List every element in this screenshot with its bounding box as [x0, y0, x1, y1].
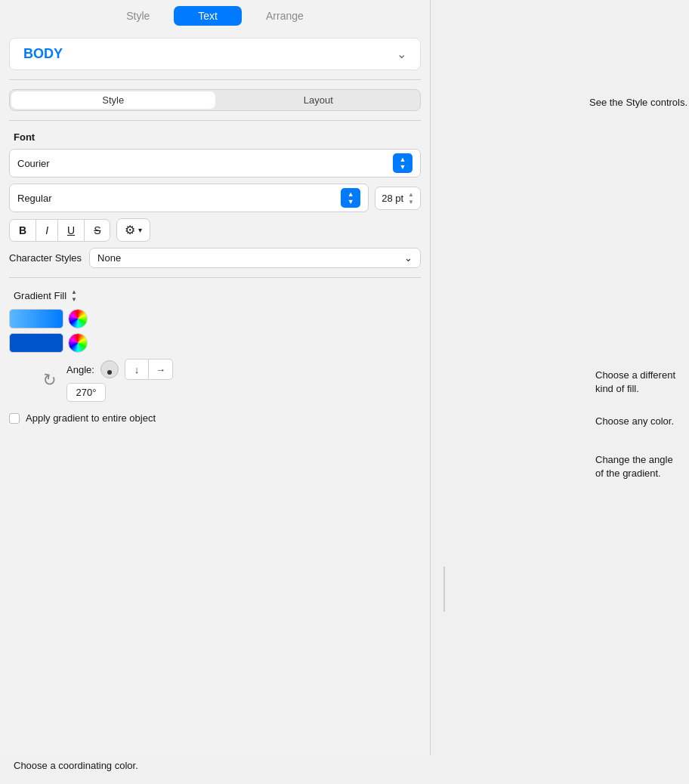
direction-buttons: ↓ →: [125, 359, 173, 380]
divider-3: [9, 277, 421, 278]
divider-2: [9, 120, 421, 121]
sub-tab-style[interactable]: Style: [11, 91, 215, 109]
text-format-row: B I U S ⚙ ▾: [9, 218, 421, 242]
font-size-value: 28 pt: [382, 193, 403, 204]
direction-right-button[interactable]: →: [149, 359, 173, 380]
sub-tabs: Style Layout: [9, 89, 421, 111]
font-section-label: Font: [0, 124, 430, 146]
angle-section: Angle: ↓ → 270°: [66, 359, 173, 402]
strikethrough-button[interactable]: S: [85, 220, 110, 241]
gradient-fill-row: Gradient Fill ▲ ▼: [14, 289, 421, 303]
direction-down-button[interactable]: ↓: [125, 359, 149, 380]
font-name-stepper-up: ▲: [400, 156, 406, 163]
font-name-selector[interactable]: Courier ▲ ▼: [9, 149, 421, 177]
gradient-fill-stepper[interactable]: ▲ ▼: [71, 289, 77, 303]
direction-btn-row: ↓ →: [125, 359, 173, 380]
tab-style[interactable]: Style: [102, 6, 174, 26]
character-styles-row: Character Styles None ⌄: [9, 248, 421, 268]
character-styles-label: Character Styles: [9, 252, 82, 264]
annotation-kind-of-fill: Choose a different kind of fill.: [595, 369, 675, 396]
angle-dot: [107, 370, 112, 375]
format-buttons: B I U S: [9, 219, 110, 242]
sub-tab-layout[interactable]: Layout: [217, 90, 421, 110]
gradient-fill-label: Gradient Fill: [14, 290, 66, 301]
angle-label: Angle:: [66, 364, 94, 375]
apply-gradient-label: Apply gradient to entire object: [26, 412, 156, 424]
gear-chevron-icon: ▾: [138, 226, 142, 234]
font-name-label: Courier: [17, 158, 50, 169]
annotation-any-color: Choose any color.: [595, 415, 674, 427]
angle-dial[interactable]: [100, 360, 119, 378]
underline-button[interactable]: U: [58, 220, 85, 241]
apply-gradient-row: Apply gradient to entire object: [9, 412, 421, 424]
color-swatch-2[interactable]: [9, 333, 63, 353]
color-swatch-1[interactable]: [9, 309, 63, 329]
annotation-change-angle: Change the angle of the gradient.: [595, 453, 673, 480]
font-name-stepper-down: ▼: [400, 163, 406, 171]
font-style-label: Regular: [17, 193, 52, 204]
tab-text[interactable]: Text: [174, 6, 242, 26]
angle-controls: ↻ Angle: ↓ → 270°: [42, 359, 421, 402]
font-style-stepper[interactable]: ▲ ▼: [341, 188, 360, 208]
character-styles-selector[interactable]: None ⌄: [89, 248, 421, 268]
tab-arrange[interactable]: Arrange: [242, 6, 328, 26]
paragraph-style-selector[interactable]: BODY ⌄: [9, 38, 421, 70]
italic-button[interactable]: I: [36, 220, 58, 241]
bold-button[interactable]: B: [10, 220, 36, 241]
character-styles-chevron: ⌄: [404, 252, 412, 264]
apply-gradient-checkbox[interactable]: [9, 413, 20, 424]
paragraph-style-label: BODY: [23, 46, 63, 62]
paragraph-style-chevron: ⌄: [397, 47, 406, 61]
color-stop-row-1: [9, 309, 421, 329]
color-wheel-button-1[interactable]: [68, 309, 88, 329]
font-name-stepper[interactable]: ▲ ▼: [393, 153, 412, 173]
character-styles-value: None: [97, 252, 121, 264]
font-size-stepper[interactable]: ▲ ▼: [408, 191, 414, 205]
annotation-style-controls: See the Style controls.: [589, 97, 687, 108]
font-style-selector[interactable]: Regular ▲ ▼: [9, 184, 369, 212]
angle-label-row: Angle: ↓ →: [66, 359, 173, 380]
color-stops-section: [9, 309, 421, 353]
gear-icon: ⚙: [125, 223, 135, 237]
font-style-row: Regular ▲ ▼ 28 pt ▲ ▼: [9, 184, 421, 212]
font-size-control[interactable]: 28 pt ▲ ▼: [375, 187, 421, 210]
text-options-button[interactable]: ⚙ ▾: [116, 218, 150, 242]
divider-1: [9, 79, 421, 80]
color-stop-row-2: [9, 333, 421, 353]
top-tabs: Style Text Arrange: [0, 0, 430, 32]
curve-icon: ↻: [41, 369, 57, 391]
color-wheel-button-2[interactable]: [68, 333, 88, 353]
angle-value[interactable]: 270°: [66, 383, 106, 402]
annotation-coordinating-color: Choose a coordinating color.: [0, 755, 138, 771]
